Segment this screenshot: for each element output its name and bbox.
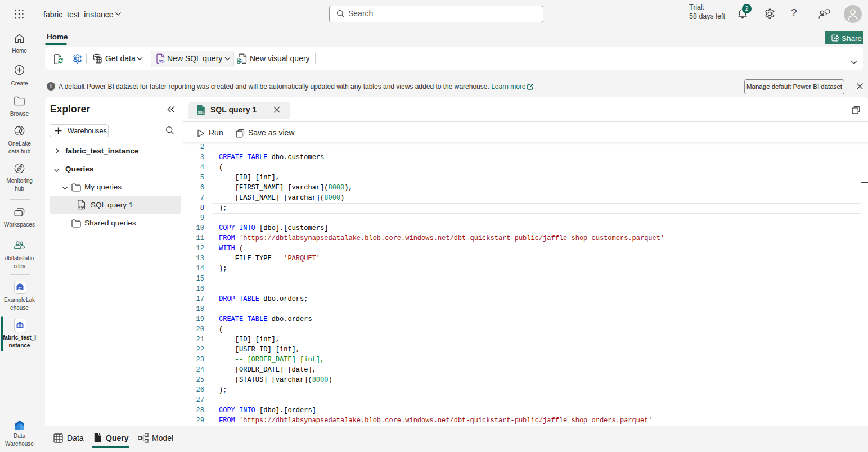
svg-text:SQL: SQL bbox=[198, 111, 205, 114]
svg-text:SQL: SQL bbox=[159, 60, 165, 63]
svg-text:SQL: SQL bbox=[79, 205, 86, 209]
